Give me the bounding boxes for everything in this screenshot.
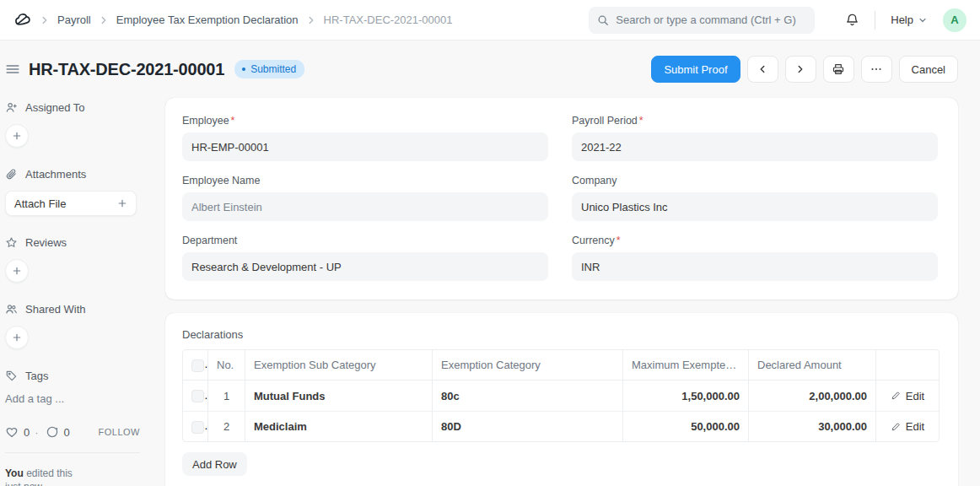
required-marker: *: [617, 235, 621, 246]
company-label: Company: [572, 175, 938, 186]
select-all-checkbox[interactable]: [191, 359, 204, 372]
field-company: Company: [572, 175, 938, 221]
cancel-button[interactable]: Cancel: [899, 56, 958, 83]
next-document-button[interactable]: [785, 56, 816, 83]
chevron-right-icon: [305, 14, 317, 26]
column-sub-category: Exemption Sub Category: [245, 350, 433, 381]
row-number: 2: [208, 411, 245, 441]
department-label: Department: [182, 235, 548, 246]
breadcrumb-current-doc[interactable]: HR-TAX-DEC-2021-00001: [324, 14, 453, 26]
row-checkbox[interactable]: [191, 390, 204, 402]
field-currency: Currency*: [572, 235, 938, 281]
add-share-button[interactable]: [5, 326, 29, 349]
users-icon: [5, 303, 18, 316]
add-row-button[interactable]: Add Row: [182, 452, 247, 476]
shared-with-label: Shared With: [25, 303, 86, 316]
edit-row-button[interactable]: Edit: [885, 381, 930, 411]
breadcrumb: Payroll Employee Tax Exemption Declarati…: [39, 14, 453, 26]
employee-name-label: Employee Name: [182, 175, 548, 186]
plus-icon: [12, 131, 22, 141]
dot-separator: ·: [35, 426, 38, 439]
plus-icon: [117, 198, 127, 208]
breadcrumb-payroll[interactable]: Payroll: [57, 14, 91, 26]
navbar-divider: [875, 11, 875, 30]
submit-proof-button[interactable]: Submit Proof: [651, 56, 740, 83]
status-badge: Submitted: [234, 60, 304, 78]
sidebar-toggle-icon[interactable]: [5, 62, 20, 77]
table-header-row: No. Exemption Sub Category Exemption Cat…: [183, 350, 939, 381]
employee-input[interactable]: [182, 132, 548, 161]
row-category[interactable]: 80D: [433, 411, 623, 441]
menu-more-button[interactable]: [861, 56, 892, 83]
row-checkbox[interactable]: [191, 421, 204, 434]
tag-icon: [5, 370, 18, 382]
search-input[interactable]: [616, 14, 806, 26]
employee-label: Employee*: [182, 115, 548, 127]
row-number: 1: [208, 381, 245, 411]
payroll-period-input[interactable]: [572, 132, 938, 161]
column-declared: Declared Amount: [749, 350, 876, 381]
column-max-exempted: Maximum Exempted ...: [623, 350, 749, 381]
help-menu[interactable]: Help: [891, 14, 928, 26]
required-marker: *: [231, 115, 235, 127]
column-actions: [876, 350, 939, 381]
follow-button[interactable]: FOLLOW: [99, 427, 140, 437]
row-category[interactable]: 80c: [433, 381, 623, 411]
help-label: Help: [891, 14, 913, 26]
navbar: Payroll Employee Tax Exemption Declarati…: [0, 0, 980, 40]
row-max-exempted[interactable]: 50,000.00: [623, 411, 749, 441]
department-input[interactable]: [182, 252, 548, 281]
table-row: 2 Mediclaim 80D 50,000.00 30,000.00 Edit: [183, 411, 939, 441]
add-assignment-button[interactable]: [5, 124, 29, 148]
prev-document-button[interactable]: [747, 56, 778, 83]
field-payroll-period: Payroll Period*: [572, 115, 938, 161]
company-input[interactable]: [572, 192, 938, 221]
user-avatar[interactable]: A: [943, 8, 967, 32]
edit-row-button[interactable]: Edit: [885, 412, 930, 441]
like-count: 0: [24, 426, 30, 439]
declarations-label: Declarations: [182, 328, 938, 341]
currency-label: Currency*: [572, 235, 938, 246]
app-logo-icon[interactable]: [13, 11, 32, 30]
add-review-button[interactable]: [5, 259, 29, 283]
like-heart-icon[interactable]: [5, 425, 19, 439]
print-button[interactable]: [823, 56, 854, 83]
edited-when: just now: [5, 481, 42, 486]
add-tag-input[interactable]: Add a tag ...: [5, 392, 148, 405]
edited-by: You: [5, 467, 24, 479]
field-employee: Employee*: [182, 115, 548, 161]
declarations-table: No. Exemption Sub Category Exemption Cat…: [182, 349, 940, 442]
notifications-bell-icon[interactable]: [845, 13, 859, 27]
row-sub-category[interactable]: Mutual Funds: [245, 381, 433, 411]
table-row: 1 Mutual Funds 80c 1,50,000.00 2,00,000.…: [183, 381, 939, 411]
chevron-down-icon: [918, 15, 928, 25]
plus-icon: [12, 266, 22, 276]
row-max-exempted[interactable]: 1,50,000.00: [623, 381, 749, 411]
field-employee-name: Employee Name: [182, 175, 548, 221]
star-icon: [5, 236, 18, 249]
edited-action: edited this: [26, 467, 73, 479]
currency-input[interactable]: [572, 252, 938, 281]
global-search[interactable]: [589, 7, 815, 34]
status-dot: [242, 68, 245, 71]
printer-icon: [832, 62, 845, 76]
row-declared[interactable]: 2,00,000.00: [749, 381, 876, 411]
required-marker: *: [639, 115, 643, 127]
page-head: HR-TAX-DEC-2021-00001 Submitted Submit P…: [0, 40, 980, 94]
form-sidebar: Assigned To Attachments Attach File: [0, 94, 165, 486]
field-department: Department: [182, 235, 548, 281]
attach-file-button[interactable]: Attach File: [5, 191, 137, 216]
page-title: HR-TAX-DEC-2021-00001: [29, 60, 224, 79]
reviews-label: Reviews: [25, 236, 67, 249]
pencil-icon: [891, 391, 901, 401]
row-sub-category[interactable]: Mediclaim: [245, 411, 433, 441]
assign-user-icon: [5, 101, 18, 114]
assigned-to-label: Assigned To: [25, 101, 85, 114]
tags-label: Tags: [25, 370, 48, 382]
chevron-left-icon: [757, 63, 768, 75]
breadcrumb-doctype[interactable]: Employee Tax Exemption Declaration: [116, 14, 299, 26]
employee-name-input[interactable]: [182, 192, 548, 221]
comment-icon[interactable]: [46, 425, 59, 439]
search-icon: [597, 14, 609, 26]
row-declared[interactable]: 30,000.00: [749, 411, 876, 441]
